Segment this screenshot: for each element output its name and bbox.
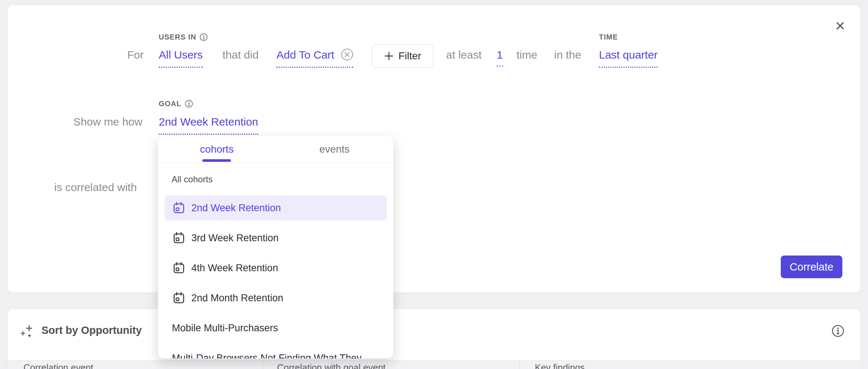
calendar-icon: [172, 201, 186, 215]
results-table-header: Correlation event Correlation with goal …: [8, 360, 860, 369]
sentence-word-time: time: [516, 48, 537, 62]
close-icon: ×: [835, 17, 845, 34]
sentence-word-for: For: [127, 48, 144, 62]
dropdown-tab-bar: cohorts events: [158, 136, 393, 163]
info-icon: [831, 324, 845, 338]
plus-icon: [384, 51, 394, 61]
sort-button-label: Sort by Opportunity: [41, 324, 142, 336]
dropdown-list: All cohorts 2nd Week Retention 3rd Week …: [158, 163, 393, 358]
time-label: TIME: [599, 33, 618, 41]
column-divider: [519, 361, 520, 369]
cohort-section-label: All cohorts: [172, 174, 393, 184]
active-tab-indicator: [202, 159, 231, 162]
correlate-button[interactable]: Correlate: [781, 256, 842, 278]
sort-by-opportunity-button[interactable]: Sort by Opportunity: [18, 321, 142, 339]
event-selector[interactable]: Add To Cart: [276, 48, 353, 68]
users-in-label: USERS IN: [159, 33, 208, 41]
goal-label: GOAL: [159, 100, 193, 108]
filter-button-label: Filter: [398, 50, 421, 62]
sentence-word-is-correlated-with: is correlated with: [54, 180, 137, 194]
column-header-correlation-with-goal-event: Correlation with goal event: [277, 362, 386, 369]
sentence-word-show-me-how: Show me how: [73, 115, 142, 129]
goal-picker-dropdown: cohorts events All cohorts 2nd Week Rete…: [158, 136, 393, 358]
info-icon: [199, 33, 208, 41]
sparkle-plus-icon: [18, 321, 36, 339]
info-icon: [185, 100, 193, 108]
results-info-button[interactable]: [831, 324, 845, 338]
list-item-cohort[interactable]: Mobile Multi-Purchasers: [165, 316, 387, 340]
column-header-correlation-event: Correlation event: [23, 362, 93, 369]
list-item-cohort[interactable]: 3rd Week Retention: [165, 225, 387, 250]
close-button[interactable]: ×: [829, 15, 851, 37]
sentence-word-that-did: that did: [222, 48, 258, 62]
list-item-cohort[interactable]: 2nd Week Retention: [165, 195, 387, 220]
goal-selector[interactable]: 2nd Week Retention: [159, 115, 258, 135]
tab-cohorts[interactable]: cohorts: [158, 136, 276, 163]
column-header-key-findings: Key findings: [535, 362, 585, 369]
list-item-cohort[interactable]: 2nd Month Retention: [165, 286, 387, 310]
sentence-word-in-the: in the: [554, 48, 581, 62]
count-selector[interactable]: 1: [497, 48, 503, 67]
tab-events[interactable]: events: [276, 136, 393, 163]
add-filter-button[interactable]: Filter: [372, 44, 433, 68]
list-item-cohort[interactable]: Multi-Day Browsers Not Finding What They: [165, 346, 387, 358]
calendar-icon: [172, 231, 186, 245]
sentence-word-at-least: at least: [446, 48, 482, 62]
correlation-builder-page: × For USERS IN All Users that did Add To…: [0, 0, 868, 369]
event-selector-label: Add To Cart: [276, 49, 334, 61]
list-item-cohort[interactable]: 4th Week Retention: [165, 256, 387, 280]
users-selector[interactable]: All Users: [159, 48, 203, 68]
remove-event-icon[interactable]: [341, 48, 353, 61]
calendar-icon: [172, 291, 186, 305]
column-divider: [263, 361, 263, 369]
calendar-icon: [172, 261, 186, 275]
time-range-selector[interactable]: Last quarter: [599, 48, 658, 68]
